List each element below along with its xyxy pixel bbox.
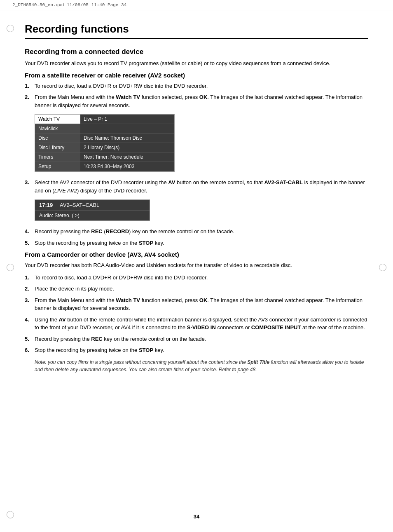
menu-value-disclibrary: 2 Library Disc(s) [80, 143, 174, 152]
step-text: Using the AV button of the remote contro… [35, 316, 368, 332]
satellite-steps-list-2: 3. Select the AV2 connector of the DVD r… [25, 178, 368, 195]
list-item: 3. Select the AV2 connector of the DVD r… [25, 178, 368, 195]
step-num: 1. [25, 274, 35, 282]
step-num: 6. [25, 346, 35, 354]
reg-mark-mid-left [7, 264, 14, 271]
note-text: Note: you can copy films in a single pas… [35, 359, 247, 365]
av-row-main: 17:19 AV2–SAT–CABL [35, 200, 150, 211]
step-text: To record to disc, load a DVD+R or DVD+R… [35, 82, 368, 90]
menu-value-watchtv: Live – Pr 1 [80, 115, 174, 124]
av-display-box: 17:19 AV2–SAT–CABL Audio: Stereo. ( >) [35, 199, 150, 221]
step-text: To record to disc, load a DVD+R or DVD+R… [35, 274, 368, 282]
list-item: 2. From the Main Menu and with the Watch… [25, 93, 368, 109]
menu-value-naviclick [80, 124, 174, 134]
page-title: Recording functions [25, 23, 368, 35]
step-text: Stop the recording by pressing twice on … [35, 346, 368, 354]
list-item: 1. To record to disc, load a DVD+R or DV… [25, 82, 368, 90]
step-num: 2. [25, 285, 35, 293]
satellite-steps-list: 1. To record to disc, load a DVD+R or DV… [25, 82, 368, 110]
menu-label-timers: Timers [35, 152, 80, 162]
step-text: Place the device in its play mode. [35, 285, 368, 293]
tv-menu-screenshot: Watch TV Live – Pr 1 Naviclick Disc Disc… [35, 114, 175, 172]
header-text: 2_DTH8540-50_en.qxd 11/08/05 11:40 Page … [12, 2, 126, 7]
menu-value-timers: Next Timer: None schedule [80, 152, 174, 162]
av-time: 17:19 [39, 202, 60, 208]
menu-row: Naviclick [35, 124, 174, 134]
camcorder-steps-list: 1. To record to disc, load a DVD+R or DV… [25, 274, 368, 354]
menu-label-disc: Disc [35, 134, 80, 143]
av-channel: AV2–SAT–CABL [60, 202, 99, 208]
menu-label-watchtv: Watch TV [35, 115, 80, 124]
list-item: 6. Stop the recording by pressing twice … [25, 346, 368, 354]
page-container: 2_DTH8540-50_en.qxd 11/08/05 11:40 Page … [0, 0, 393, 532]
main-content: Recording functions Recording from a con… [0, 10, 393, 398]
reg-mark-top-left [7, 25, 14, 32]
satellite-steps-list-3: 4. Record by pressing the REC (RECORD) k… [25, 227, 368, 247]
step-num: 5. [25, 239, 35, 247]
subsection-camcorder: From a Camcorder or other device (AV3, A… [25, 251, 368, 258]
menu-row: Watch TV Live – Pr 1 [35, 115, 174, 124]
header-bar: 2_DTH8540-50_en.qxd 11/08/05 11:40 Page … [0, 0, 393, 10]
title-rule [25, 38, 368, 39]
step-num: 3. [25, 296, 35, 305]
step-num: 4. [25, 316, 35, 324]
subsection-satellite: From a satellite receiver or cable recei… [25, 72, 368, 79]
step-num: 5. [25, 335, 35, 343]
step-text: Record by pressing the REC key on the re… [35, 335, 368, 343]
step-num: 1. [25, 82, 35, 90]
camcorder-intro: Your DVD recorder has both RCA Audio-Vid… [25, 261, 368, 270]
menu-value-disc: Disc Name: Thomson Disc [80, 134, 174, 143]
step-text: From the Main Menu and with the Watch TV… [35, 296, 368, 312]
step-text: From the Main Menu and with the Watch TV… [35, 93, 368, 109]
list-item: 5. Record by pressing the REC key on the… [25, 335, 368, 343]
menu-row: Disc Disc Name: Thomson Disc [35, 134, 174, 143]
step-num: 4. [25, 227, 35, 236]
menu-label-disclibrary: Disc Library [35, 143, 80, 152]
menu-value-setup: 10:23 Fri 30–May 2003 [80, 162, 174, 171]
menu-label-setup: Setup [35, 162, 80, 171]
section-intro-recording: Your DVD recorder allows you to record T… [25, 59, 368, 68]
reg-mark-mid-right [379, 264, 386, 271]
menu-row: Disc Library 2 Library Disc(s) [35, 143, 174, 152]
note-bold-split: Split Title [247, 359, 269, 365]
step-text: Select the AV2 connector of the DVD reco… [35, 178, 368, 195]
av-audio: Audio: Stereo. ( >) [35, 211, 150, 220]
note-box: Note: you can copy films in a single pas… [35, 359, 368, 373]
step-num: 3. [25, 178, 35, 187]
menu-row: Timers Next Timer: None schedule [35, 152, 174, 162]
list-item: 5. Stop the recording by pressing twice … [25, 239, 368, 247]
section-heading-recording: Recording from a connected device [25, 48, 368, 56]
step-text: Record by pressing the REC (RECORD) key … [35, 227, 368, 236]
step-num: 2. [25, 93, 35, 101]
list-item: 2. Place the device in its play mode. [25, 285, 368, 293]
list-item: 4. Record by pressing the REC (RECORD) k… [25, 227, 368, 236]
step-text: Stop the recording by pressing twice on … [35, 239, 368, 247]
page-number: 34 [194, 513, 199, 520]
page-footer: 34 [0, 510, 393, 520]
list-item: 4. Using the AV button of the remote con… [25, 316, 368, 332]
menu-row: Setup 10:23 Fri 30–May 2003 [35, 162, 174, 171]
menu-label-naviclick: Naviclick [35, 124, 80, 134]
list-item: 1. To record to disc, load a DVD+R or DV… [25, 274, 368, 282]
list-item: 3. From the Main Menu and with the Watch… [25, 296, 368, 312]
